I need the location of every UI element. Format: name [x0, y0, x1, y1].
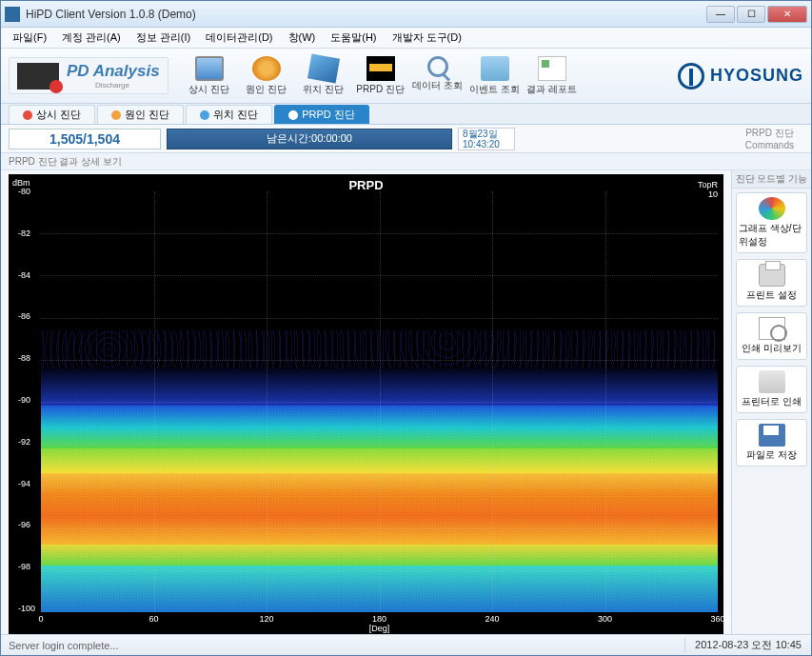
toolbar-label: 위치 진단 [303, 83, 344, 96]
y-tick: -98 [18, 562, 30, 571]
hyosung-icon [678, 63, 704, 89]
grid-line [41, 444, 718, 445]
date-top: 8월23일 [463, 129, 510, 139]
toolbar-cause[interactable]: 원인 진단 [239, 54, 294, 98]
counter-display: 1,505/1,504 [9, 129, 161, 149]
side-btn-print[interactable]: 프린터로 인쇄 [736, 366, 807, 413]
side-header: 진단 모드별 기능 [732, 170, 811, 189]
window-title: HiPD Client Version 1.0.8 (Demo) [26, 8, 706, 21]
y-tick: -100 [18, 604, 35, 613]
close-button[interactable]: ✕ [767, 6, 807, 23]
menu-window[interactable]: 창(W) [281, 29, 324, 47]
grid-line [41, 486, 718, 487]
y-tick: -96 [18, 520, 30, 529]
toolbar-label: PRPD 진단 [356, 83, 405, 96]
grid-line [41, 402, 718, 403]
toolbar-label: 데이터 조회 [412, 79, 463, 92]
dot-icon [200, 110, 209, 120]
tab-label: 위치 진단 [213, 108, 258, 122]
cube-icon [307, 53, 340, 83]
dot-icon [111, 110, 121, 120]
report-icon [538, 56, 566, 81]
menu-bar: 파일(F) 계정 관리(A) 정보 관리(I) 데이터관리(D) 창(W) 도움… [1, 28, 811, 49]
x-tick: 180 [372, 614, 386, 624]
x-tick: 360 [710, 614, 724, 624]
y-tick: -86 [18, 311, 30, 321]
side-label: 그래프 색상/단위설정 [739, 222, 804, 248]
status-clock: 2012-08-23 오전 10:45 [684, 638, 811, 652]
prpd-chart[interactable]: PRPD TopR 10 dBm -80-82-84-86-88-90-92-9… [9, 174, 723, 637]
toolbar-report[interactable]: 결과 레포트 [525, 54, 580, 98]
tab-position[interactable]: 위치 진단 [186, 105, 272, 124]
side-label: 파일로 저장 [746, 448, 797, 462]
side-btn-preview[interactable]: 인쇄 미리보기 [736, 312, 807, 360]
grid-line [41, 275, 718, 276]
tab-label: 상시 진단 [36, 108, 81, 122]
cmd-top: PRPD 진단 [745, 127, 794, 140]
menu-file[interactable]: 파일(F) [5, 29, 54, 47]
menu-account[interactable]: 계정 관리(A) [54, 29, 129, 47]
tab-prpd[interactable]: PRPD 진단 [274, 105, 369, 124]
pd-analysis-icon [17, 63, 59, 89]
side-label: 프린트 설정 [746, 288, 797, 302]
pd-analysis-sub: Discharge [95, 81, 160, 89]
toolbar-event-query[interactable]: 이벤트 조회 [467, 54, 523, 98]
side-panel: 진단 모드별 기능 그래프 색상/단위설정 프린트 설정 인쇄 미리보기 프린터… [731, 170, 811, 641]
x-tick: 240 [485, 614, 499, 624]
grid-line [41, 360, 718, 361]
x-tick: 300 [598, 614, 612, 624]
tab-cause[interactable]: 원인 진단 [97, 105, 184, 124]
monitor-icon [195, 56, 224, 81]
side-btn-print-setting[interactable]: 프린트 설정 [736, 259, 807, 307]
event-icon [481, 56, 509, 81]
people-icon [252, 56, 281, 81]
brand-text: HYOSUNG [710, 66, 803, 86]
maximize-button[interactable]: ☐ [737, 6, 765, 23]
status-message: Server login complete... [1, 640, 684, 651]
cmd-bottom: Commands [745, 140, 794, 150]
grid-line [41, 570, 718, 571]
toolbar-label: 상시 진단 [188, 83, 229, 96]
toolbar-label: 이벤트 조회 [469, 83, 520, 96]
date-display: 8월23일 10:43:20 [458, 128, 515, 150]
side-btn-color[interactable]: 그래프 색상/단위설정 [736, 192, 807, 253]
tab-label: PRPD 진단 [302, 108, 355, 122]
toolbar-prpd[interactable]: PRPD 진단 [353, 54, 408, 98]
menu-help[interactable]: 도움말(H) [323, 29, 384, 47]
x-tick: 120 [259, 614, 273, 624]
y-tick: -84 [18, 270, 30, 280]
side-btn-save[interactable]: 파일로 저장 [736, 419, 807, 467]
x-tick: 0 [38, 614, 43, 624]
chart-title: PRPD [348, 178, 383, 192]
menu-info[interactable]: 정보 관리(I) [129, 29, 198, 47]
printer-icon [759, 370, 785, 393]
menu-dev[interactable]: 개발자 도구(D) [385, 29, 469, 47]
x-axis-unit: [Deg] [369, 624, 390, 633]
section-subheader: PRPD 진단 결과 상세 보기 [1, 153, 811, 170]
menu-data[interactable]: 데이터관리(D) [198, 29, 280, 47]
preview-icon [759, 317, 785, 340]
side-label: 인쇄 미리보기 [742, 342, 802, 355]
y-tick: -90 [18, 395, 30, 405]
toolbar-data-query[interactable]: 데이터 조회 [410, 54, 465, 98]
minimize-button[interactable]: — [706, 6, 735, 23]
commands-label: PRPD 진단 Commands [736, 125, 803, 152]
window-titlebar: HiPD Client Version 1.0.8 (Demo) — ☐ ✕ [1, 1, 811, 28]
tab-realtime[interactable]: 상시 진단 [9, 105, 95, 124]
magnifier-icon [427, 56, 448, 77]
chart-topR-label: TopR [698, 180, 718, 189]
y-tick: -88 [18, 353, 30, 363]
y-tick: -92 [18, 437, 30, 447]
grid-line [41, 233, 718, 234]
pd-analysis-title: PD Analysis [67, 62, 160, 81]
toolbar-realtime[interactable]: 상시 진단 [182, 54, 237, 98]
grid-line [41, 318, 718, 319]
status-row: 1,505/1,504 남은시간:00:00:00 8월23일 10:43:20… [1, 125, 811, 153]
side-label: 프린터로 인쇄 [742, 395, 802, 408]
y-tick: -94 [18, 479, 30, 488]
grid-line [41, 528, 718, 529]
remaining-time-bar: 남은시간:00:00:00 [167, 129, 452, 149]
app-icon [5, 7, 20, 22]
toolbar-position[interactable]: 위치 진단 [296, 54, 351, 98]
y-tick: -80 [18, 187, 30, 196]
